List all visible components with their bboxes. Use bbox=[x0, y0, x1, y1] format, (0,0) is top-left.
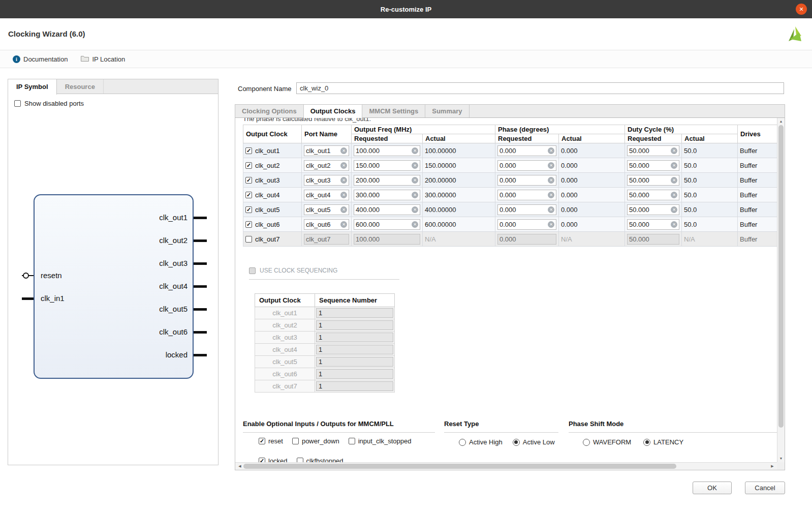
component-name-input[interactable] bbox=[296, 82, 784, 94]
row-enable-checkbox[interactable] bbox=[245, 236, 252, 243]
port-name-field[interactable]: clk_out5✕ bbox=[304, 204, 349, 215]
row-clock-name: clk_out7 bbox=[255, 235, 279, 243]
clear-icon[interactable]: ✕ bbox=[548, 162, 554, 169]
duty-requested-field[interactable]: 50.000✕ bbox=[627, 219, 679, 230]
port-label-clk-out5: clk_out5 bbox=[159, 304, 188, 314]
duty-requested-field[interactable]: 50.000✕ bbox=[627, 160, 679, 171]
clear-icon[interactable]: ✕ bbox=[340, 206, 347, 213]
field-value: 50.000 bbox=[629, 235, 677, 243]
phase-requested-field[interactable]: 0.000✕ bbox=[497, 219, 556, 230]
clear-icon[interactable]: ✕ bbox=[548, 177, 554, 184]
row-enable-checkbox[interactable]: ✓ bbox=[245, 162, 252, 169]
phase-requested-field[interactable]: 0.000✕ bbox=[497, 160, 556, 171]
field-value: clk_out2 bbox=[306, 162, 340, 169]
freq-requested-field[interactable]: 600.000✕ bbox=[354, 219, 420, 230]
clear-icon[interactable]: ✕ bbox=[671, 206, 677, 213]
tab-output-clocks[interactable]: Output Clocks bbox=[304, 105, 363, 118]
sequence-clock-name: clk_out2 bbox=[255, 319, 315, 332]
clear-icon[interactable]: ✕ bbox=[340, 162, 347, 169]
row-enable-checkbox[interactable]: ✓ bbox=[245, 221, 252, 228]
clear-icon[interactable]: ✕ bbox=[412, 221, 418, 228]
row-clock-name: clk_out6 bbox=[255, 221, 279, 228]
port-name-field[interactable]: clk_out1✕ bbox=[304, 145, 349, 156]
clear-icon[interactable]: ✕ bbox=[340, 192, 347, 198]
radio-waveform[interactable]: WAVEFORM bbox=[583, 438, 631, 446]
tab-clocking-options[interactable]: Clocking Options bbox=[235, 105, 304, 117]
freq-requested-field[interactable]: 300.000✕ bbox=[354, 190, 420, 200]
tab-summary[interactable]: Summary bbox=[425, 105, 469, 117]
port-label-locked: locked bbox=[166, 350, 188, 360]
field-value: 100.000 bbox=[356, 147, 412, 155]
phase-requested-field[interactable]: 0.000✕ bbox=[497, 190, 556, 200]
port-name-field[interactable]: clk_out6✕ bbox=[304, 219, 349, 230]
output-clocks-tbody: ✓clk_out1clk_out1✕100.000✕100.000000.000… bbox=[243, 143, 777, 247]
checkbox-input-clk-stopped[interactable]: input_clk_stopped bbox=[349, 437, 412, 445]
clear-icon[interactable]: ✕ bbox=[671, 177, 677, 184]
clear-icon[interactable]: ✕ bbox=[412, 177, 418, 184]
horizontal-scrollbar[interactable]: ◀ ▶ bbox=[235, 462, 777, 470]
clear-icon[interactable]: ✕ bbox=[548, 206, 554, 213]
row-enable-checkbox[interactable]: ✓ bbox=[245, 177, 252, 184]
clear-icon[interactable]: ✕ bbox=[671, 147, 677, 154]
sequence-row: clk_out11 bbox=[255, 307, 395, 319]
clear-icon[interactable]: ✕ bbox=[412, 206, 418, 213]
checkbox-locked[interactable]: ✓locked bbox=[259, 457, 288, 462]
port-name-field[interactable]: clk_out4✕ bbox=[304, 190, 349, 200]
clear-icon[interactable]: ✕ bbox=[340, 221, 347, 228]
ip-location-link[interactable]: IP Location bbox=[81, 55, 125, 63]
clear-icon[interactable]: ✕ bbox=[671, 221, 677, 228]
freq-requested-field[interactable]: 400.000✕ bbox=[354, 204, 420, 215]
scroll-left-icon[interactable]: ◀ bbox=[236, 463, 243, 470]
clear-icon[interactable]: ✕ bbox=[412, 192, 418, 198]
clear-icon[interactable]: ✕ bbox=[548, 221, 554, 228]
horizontal-scroll-thumb[interactable] bbox=[243, 464, 676, 469]
clear-icon[interactable]: ✕ bbox=[548, 147, 554, 154]
clear-icon[interactable]: ✕ bbox=[412, 147, 418, 154]
port-name-field[interactable]: clk_out2✕ bbox=[304, 160, 349, 171]
documentation-link[interactable]: i Documentation bbox=[13, 55, 68, 63]
radio-latency[interactable]: LATENCY bbox=[643, 438, 683, 446]
cancel-button[interactable]: Cancel bbox=[745, 482, 785, 494]
clear-icon[interactable]: ✕ bbox=[548, 192, 554, 198]
scroll-up-icon[interactable]: ▲ bbox=[777, 118, 785, 125]
checkbox-clkfbstopped[interactable]: clkfbstopped bbox=[297, 457, 343, 462]
close-icon[interactable]: ✕ bbox=[796, 4, 807, 15]
xilinx-logo-icon bbox=[786, 25, 804, 44]
duty-requested-field[interactable]: 50.000✕ bbox=[627, 175, 679, 186]
duty-requested-field[interactable]: 50.000✕ bbox=[627, 204, 679, 215]
table-row: ✓clk_out6clk_out6✕600.000✕600.000000.000… bbox=[243, 217, 777, 232]
phase-actual-value: 0.000 bbox=[559, 188, 625, 202]
clear-icon[interactable]: ✕ bbox=[412, 162, 418, 169]
use-clock-sequencing-checkbox[interactable]: USE CLOCK SEQUENCING bbox=[249, 267, 399, 280]
radio-active-low[interactable]: Active Low bbox=[513, 438, 555, 446]
scroll-right-icon[interactable]: ▶ bbox=[769, 463, 776, 470]
freq-requested-field[interactable]: 200.000✕ bbox=[354, 175, 420, 186]
phase-requested-field[interactable]: 0.000✕ bbox=[497, 204, 556, 215]
checkbox-reset[interactable]: ✓reset bbox=[259, 437, 283, 445]
radio-active-high[interactable]: Active High bbox=[459, 438, 503, 446]
vertical-scroll-thumb[interactable] bbox=[778, 125, 784, 428]
freq-requested-field[interactable]: 150.000✕ bbox=[354, 160, 420, 171]
port-stub-clk-in1 bbox=[22, 297, 34, 300]
row-enable-checkbox[interactable]: ✓ bbox=[245, 147, 252, 154]
checkbox-power-down[interactable]: power_down bbox=[292, 437, 339, 445]
ip-location-label: IP Location bbox=[92, 55, 125, 63]
clear-icon[interactable]: ✕ bbox=[340, 147, 347, 154]
row-enable-checkbox[interactable]: ✓ bbox=[245, 206, 252, 213]
port-label-clk-out6: clk_out6 bbox=[159, 327, 188, 337]
row-enable-checkbox[interactable]: ✓ bbox=[245, 192, 252, 198]
phase-requested-field[interactable]: 0.000✕ bbox=[497, 175, 556, 186]
scroll-down-icon[interactable]: ▼ bbox=[777, 455, 785, 462]
duty-requested-field[interactable]: 50.000✕ bbox=[627, 145, 679, 156]
clear-icon[interactable]: ✕ bbox=[671, 162, 677, 169]
clear-icon[interactable]: ✕ bbox=[671, 192, 677, 198]
vertical-scrollbar[interactable]: ▲ ▼ bbox=[777, 118, 785, 462]
duty-requested-field[interactable]: 50.000✕ bbox=[627, 190, 679, 200]
ok-button[interactable]: OK bbox=[693, 482, 732, 494]
port-name-field[interactable]: clk_out3✕ bbox=[304, 175, 349, 186]
tab-mmcm-settings[interactable]: MMCM Settings bbox=[362, 105, 425, 117]
sequence-number-field: 1 bbox=[316, 333, 393, 342]
clear-icon[interactable]: ✕ bbox=[340, 177, 347, 184]
phase-requested-field[interactable]: 0.000✕ bbox=[497, 145, 556, 156]
freq-requested-field[interactable]: 100.000✕ bbox=[354, 145, 420, 156]
